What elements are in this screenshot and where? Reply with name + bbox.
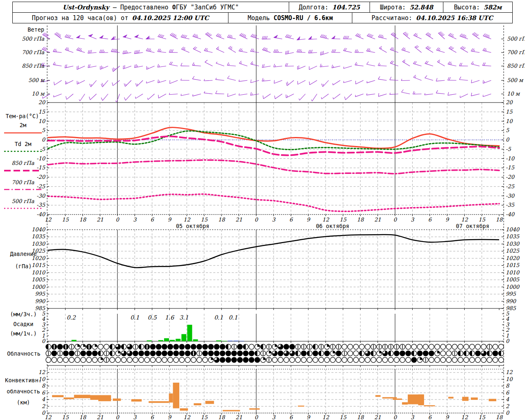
wind-barb-shaft — [65, 50, 73, 52]
cloud-okta-circle — [284, 357, 289, 363]
wind-barb-halffeather — [486, 50, 487, 51]
wind-barb-halffeather — [380, 48, 382, 49]
wind-barb-halffeather — [326, 37, 327, 38]
wind-barb-halffeather — [148, 98, 148, 100]
wind-barb-feather — [471, 80, 472, 83]
cloud-okta-circle — [255, 357, 260, 363]
cloud-okta-circle — [162, 357, 167, 363]
wind-barb-feather — [58, 35, 61, 37]
wind-barb-shaft — [367, 64, 375, 66]
wind-barb-feather — [89, 97, 90, 100]
cloud-okta-circle — [324, 351, 330, 356]
wind-barb-shaft — [65, 66, 73, 68]
convective-bar — [448, 397, 454, 398]
cloud-okta-half — [458, 351, 460, 356]
wind-barb-halffeather — [299, 98, 300, 100]
wind-barb-shaft — [137, 80, 143, 87]
wind-barb-feather — [274, 64, 274, 67]
cloud-okta-circle — [57, 344, 63, 349]
cloud-okta-circle — [197, 344, 202, 349]
temp-ytick-left: 10 — [38, 118, 46, 124]
time-tick-label-bottom: 18 — [496, 414, 503, 420]
wind-barb-shaft — [333, 94, 340, 99]
cloud-okta-circle — [57, 357, 63, 363]
cloud-okta-circle — [429, 344, 434, 349]
convective-title-2: облачность — [7, 388, 40, 395]
wind-barb-feather — [448, 77, 450, 80]
wind-level-label-left: 850 гПа — [22, 63, 44, 69]
wind-level-label-right: 500 м — [507, 77, 524, 83]
precip-bar — [170, 340, 175, 341]
wind-barb-halffeather — [452, 36, 454, 37]
wind-barb-feather — [343, 36, 345, 39]
cloud-okta-circle — [458, 357, 463, 363]
cloud-okta-quarter — [269, 351, 272, 353]
wind-barb-feather — [57, 34, 60, 36]
wind-barb-halffeather — [367, 81, 367, 83]
temp-ytick-left: -35 — [37, 202, 46, 208]
time-tick-label: 12 — [183, 217, 190, 223]
convective-ytick-right: 4 — [506, 396, 509, 402]
convective-bar — [205, 401, 214, 404]
wind-barb-feather — [476, 35, 479, 37]
precip-ytick-left: 4 — [42, 316, 46, 322]
calc-time: 04.10.2025 16:38 UTC — [416, 14, 493, 22]
cloud-okta-half — [260, 344, 263, 349]
header-row-station: Ust-Ordynsky – Предоставлено ФГБУ "ЗапСи… — [13, 2, 512, 12]
wind-barb-feather — [172, 50, 173, 52]
cloud-okta-circle — [470, 344, 475, 349]
precip-bar — [181, 334, 186, 341]
wind-barb-halffeather — [231, 37, 233, 38]
wind-barb-shaft — [205, 62, 212, 66]
cloud-okta-half — [110, 344, 112, 349]
cloud-okta-circle — [133, 357, 138, 363]
wind-barb-feather — [471, 93, 472, 96]
wind-barb-shaft — [402, 92, 410, 94]
wind-barb-feather — [115, 49, 117, 52]
wind-barb-feather — [276, 50, 278, 52]
wind-barb-halffeather — [406, 35, 408, 36]
wind-barb-shaft — [390, 50, 398, 52]
wind-barb-shaft — [251, 51, 259, 52]
wind-barb-feather — [285, 63, 286, 66]
wind-barb-shaft — [239, 63, 247, 66]
wind-barb-feather — [441, 34, 443, 35]
temp-legend-label: Td 2м — [15, 141, 32, 147]
cloud-okta-circle — [452, 357, 457, 363]
convective-ytick-right: 12 — [506, 369, 513, 375]
cloud-okta-circle — [278, 357, 283, 363]
wind-barb-feather — [208, 34, 211, 36]
wind-barb-feather — [449, 77, 451, 80]
wind-barb-feather — [299, 49, 301, 52]
time-tick-label: 18 — [79, 217, 87, 223]
precip-ytick-right: 5 — [506, 310, 509, 317]
temp-ytick-left: 0 — [42, 137, 46, 143]
temp-ytick-right: -20 — [506, 174, 515, 180]
wind-barb-feather — [263, 64, 264, 67]
wind-barb-shaft — [90, 94, 96, 100]
wind-barb-halffeather — [414, 92, 415, 94]
wind-barb-halffeather — [404, 50, 406, 51]
convective-bar — [382, 397, 397, 398]
cloud-okta-circle — [185, 351, 190, 356]
wind-barb-shaft — [309, 66, 317, 70]
time-tick-label-bottom: 0 — [393, 414, 397, 420]
pressure-ytick-left: 1010 — [32, 269, 46, 276]
temp-ytick-left: -25 — [37, 183, 46, 189]
wind-barb-halffeather — [472, 63, 474, 64]
cloud-row-2 — [46, 351, 504, 356]
wind-barb-feather — [332, 65, 333, 68]
cloud-okta-circle — [272, 357, 278, 363]
wind-barb-shaft — [367, 94, 375, 95]
cloud-okta-circle — [452, 344, 457, 349]
cloud-okta-circle — [133, 351, 138, 356]
convective-title-1: Конвективн. — [5, 377, 41, 383]
cloud-okta-circle — [475, 344, 481, 349]
wind-barb-feather — [475, 34, 477, 36]
time-tick-label-bottom: 15 — [201, 414, 208, 420]
date-label: 06 октября — [316, 223, 349, 229]
wind-row-2 — [42, 46, 491, 55]
wind-barb-halffeather — [416, 35, 418, 37]
cloud-okta-circle — [342, 344, 347, 349]
cloud-okta-circle — [470, 357, 475, 363]
